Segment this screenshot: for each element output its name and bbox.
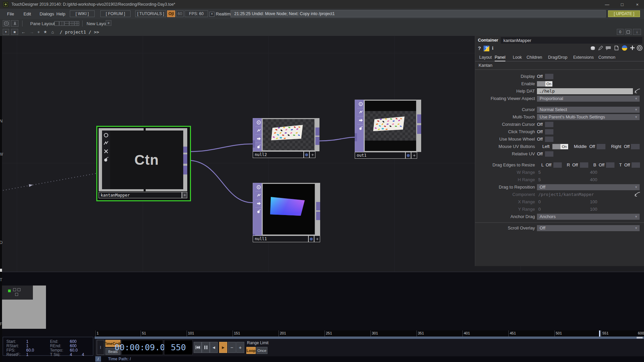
- output-connector[interactable]: [417, 114, 421, 123]
- node-viewer[interactable]: Ctn: [110, 131, 183, 189]
- output-connector[interactable]: [183, 154, 187, 164]
- wiki-button[interactable]: [ WIKI ]: [70, 10, 95, 17]
- node-name[interactable]: null1: [253, 236, 308, 242]
- layout-preset-three[interactable]: [69, 21, 74, 26]
- viewer-flag-icon[interactable]: [255, 183, 262, 192]
- help-dat-field[interactable]: ./help: [537, 88, 633, 94]
- tutorials-button[interactable]: [ TUTORIALS ]: [135, 10, 166, 17]
- node-null1[interactable]: null1: [253, 183, 325, 242]
- step-back-frame-button[interactable]: −: [228, 342, 236, 353]
- toggle-box[interactable]: [545, 129, 553, 135]
- tab-panel[interactable]: Panel: [495, 54, 505, 61]
- output-connector[interactable]: [315, 127, 319, 136]
- language-icon[interactable]: [590, 45, 596, 52]
- tab-children[interactable]: Children: [527, 54, 542, 61]
- cursor-dropdown[interactable]: Normal Select▼: [537, 107, 640, 113]
- export-flag-icon[interactable]: [357, 116, 364, 124]
- rend-value[interactable]: 600: [70, 344, 77, 348]
- node-view-dot[interactable]: [308, 236, 314, 242]
- add-parameter-icon[interactable]: [630, 45, 635, 52]
- dat-picker-icon[interactable]: [634, 88, 641, 95]
- input-connector[interactable]: [355, 133, 357, 141]
- edit-comment-icon[interactable]: [598, 45, 603, 52]
- toggle-box[interactable]: [597, 144, 605, 149]
- comp-picker-icon[interactable]: [634, 192, 641, 199]
- toggle-box[interactable]: [631, 144, 640, 149]
- toggle-box[interactable]: [545, 151, 553, 157]
- toggle-box[interactable]: [545, 122, 553, 127]
- once-button[interactable]: Once: [256, 347, 267, 354]
- stop-icon[interactable]: ■: [11, 29, 18, 35]
- menu-help[interactable]: Help: [56, 9, 65, 19]
- node-viewer[interactable]: [262, 183, 316, 236]
- step-back-button[interactable]: ◀: [210, 342, 218, 353]
- node-expand-button[interactable]: [182, 192, 187, 198]
- drag-repo-dropdown[interactable]: Off▼: [537, 184, 640, 190]
- time-path-tab[interactable]: /: [95, 356, 101, 362]
- menu-file[interactable]: File: [7, 9, 14, 19]
- export-flag-icon[interactable]: [255, 199, 262, 208]
- network-overview-map[interactable]: [2, 286, 46, 329]
- output-connector[interactable]: [315, 137, 319, 145]
- help-icon[interactable]: ?: [478, 45, 481, 51]
- forum-button[interactable]: [ FORUM ]: [100, 10, 131, 17]
- node-null2[interactable]: null2: [253, 118, 319, 158]
- scrollbar-endcap[interactable]: [637, 337, 643, 339]
- tab-extensions[interactable]: Extensions: [573, 54, 594, 61]
- tab-layout[interactable]: Layout: [479, 54, 492, 61]
- node-name[interactable]: out1: [355, 152, 405, 159]
- output-connector[interactable]: [316, 212, 320, 220]
- minimize-button[interactable]: —: [600, 0, 614, 9]
- node-view-dot[interactable]: [405, 152, 411, 159]
- python-help-icon[interactable]: ?: [484, 46, 489, 51]
- operator-name-field[interactable]: kantanMapper: [501, 37, 642, 44]
- scroll-overlay-dropdown[interactable]: Off▼: [537, 225, 640, 231]
- bomb-flag-icon[interactable]: [255, 207, 262, 215]
- frame-ruler[interactable]: 1 51 101 151 201 251 301 351 401 451 501…: [95, 330, 644, 337]
- layout-preset-vsplit[interactable]: [59, 21, 64, 26]
- toggle-on[interactable]: On: [552, 144, 568, 149]
- node-out1[interactable]: out1: [355, 100, 421, 159]
- node-viewer[interactable]: [262, 118, 315, 151]
- copy-page-icon[interactable]: [613, 45, 619, 52]
- pane-anchor-icon[interactable]: [11, 20, 18, 27]
- viewer-toggle-icon[interactable]: [625, 29, 632, 35]
- bomb-flag-icon[interactable]: [357, 124, 364, 132]
- breadcrumb[interactable]: / project1 / >>: [60, 28, 99, 36]
- output-connector[interactable]: [417, 125, 421, 134]
- node-name[interactable]: kantanMapper: [99, 192, 182, 198]
- viewer-flag-icon[interactable]: [103, 132, 109, 140]
- multitouch-dropdown[interactable]: Use Parent's Multi-Touch Settings▼: [537, 114, 640, 120]
- pause-button[interactable]: [202, 342, 210, 353]
- python-icon[interactable]: [622, 45, 628, 52]
- info-icon[interactable]: i: [492, 45, 493, 51]
- layout-preset-single[interactable]: [54, 21, 59, 26]
- layout-preset-hsplit[interactable]: [64, 21, 69, 26]
- pane-type-dropdown-icon[interactable]: ▼: [3, 29, 9, 35]
- export-flag-icon[interactable]: [255, 135, 262, 143]
- anchor-drag-dropdown[interactable]: Anchors▼: [537, 214, 640, 220]
- cross-flag-icon[interactable]: [103, 148, 109, 156]
- toggle-box[interactable]: [545, 137, 553, 142]
- tempo-value[interactable]: 60.0: [70, 348, 78, 353]
- end-value[interactable]: 600: [70, 339, 77, 344]
- node-expand-button[interactable]: [309, 151, 315, 158]
- pane-maximize-icon[interactable]: [3, 20, 10, 27]
- loop-button[interactable]: Loop: [246, 347, 256, 354]
- output-connector[interactable]: [183, 166, 187, 174]
- toggle-box[interactable]: [580, 162, 588, 168]
- bypass-flag-icon[interactable]: [255, 191, 262, 200]
- back-icon[interactable]: ←: [20, 29, 26, 35]
- independent-button[interactable]: I: [97, 340, 104, 355]
- output-connector[interactable]: [183, 147, 187, 153]
- step-forward-frame-button[interactable]: +: [236, 342, 244, 353]
- start-value[interactable]: 1: [26, 339, 29, 344]
- toggle-box[interactable]: [545, 74, 553, 79]
- bomb-flag-icon[interactable]: [103, 156, 109, 164]
- node-expand-button[interactable]: [314, 236, 320, 242]
- tab-common[interactable]: Common: [598, 54, 615, 61]
- menu-edit[interactable]: Edit: [23, 9, 31, 19]
- new-layout-add-icon[interactable]: +: [106, 20, 111, 26]
- toggle-box[interactable]: [632, 162, 640, 168]
- menu-dialogs[interactable]: Dialogs: [40, 9, 54, 19]
